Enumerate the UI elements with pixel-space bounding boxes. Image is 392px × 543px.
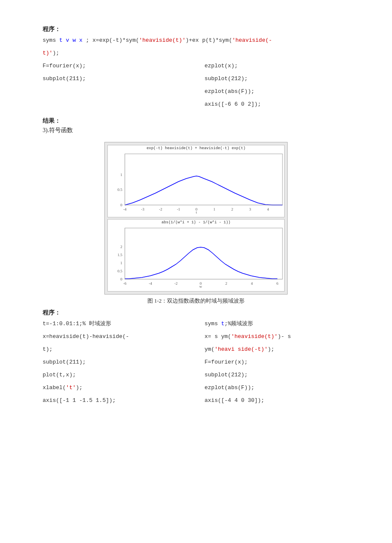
svg-text:2: 2 — [121, 245, 123, 249]
subplot1-svg: 0 0.5 1 -4 -3 -2 -1 0 1 2 3 4 t — [108, 150, 286, 214]
svg-text:0.5: 0.5 — [118, 188, 123, 192]
subplot2-title: abs(1/(w*i + 1) - 1/(w*i - 1)) — [108, 220, 284, 225]
program-label-1: 程序： — [43, 26, 349, 33]
subplot-1: exp(-t) heaviside(t) + heaviside(-t) exp… — [107, 145, 285, 217]
svg-text:-2: -2 — [174, 281, 178, 286]
code-col-left: F=fourier(x); subplot(211); — [43, 61, 187, 113]
svg-text:2: 2 — [231, 207, 233, 211]
svg-text:4: 4 — [251, 281, 253, 286]
svg-rect-31 — [125, 228, 282, 279]
svg-text:-1: -1 — [177, 207, 180, 211]
code-line-1: syms t v w x ; x=exp(-t)*sym('heaviside(… — [43, 36, 349, 45]
svg-text:2: 2 — [225, 281, 228, 286]
plot-area: exp(-t) heaviside(t) + heaviside(-t) exp… — [104, 142, 288, 295]
svg-text:0: 0 — [121, 277, 123, 281]
code-line-1b: t)'); — [43, 49, 349, 58]
svg-text:0.5: 0.5 — [118, 269, 123, 273]
program-label-2: 程序： — [43, 309, 349, 317]
section3-label: 3).符号函数 — [43, 127, 349, 134]
svg-rect-15 — [125, 154, 282, 205]
svg-text:1: 1 — [121, 261, 123, 265]
svg-text:w: w — [199, 284, 202, 288]
curve2 — [125, 247, 277, 279]
svg-text:1: 1 — [213, 207, 216, 211]
svg-text:1.5: 1.5 — [118, 253, 123, 257]
svg-text:4: 4 — [267, 207, 269, 211]
svg-text:-6: -6 — [123, 281, 127, 286]
figure-caption: 图 1-2：双边指数函数的时域与频域波形 — [147, 297, 245, 305]
result-label: 结果： — [43, 117, 349, 125]
svg-text:1: 1 — [121, 173, 123, 177]
subplot2-svg: 0 0.5 1 1.5 2 -6 -4 -2 0 2 4 6 w — [108, 225, 286, 288]
svg-text:-3: -3 — [141, 207, 144, 211]
svg-text:-2: -2 — [159, 207, 162, 211]
program2-code: t=-1:0.01:1;% 时域波形 x=heaviside(t)-heavis… — [43, 319, 349, 409]
svg-text:-4: -4 — [123, 207, 127, 211]
svg-text:6: 6 — [277, 281, 279, 286]
figure-container: exp(-t) heaviside(t) + heaviside(-t) exp… — [43, 142, 349, 305]
code-col-right: ezplot(x); subplot(212); ezplot(abs(F));… — [205, 61, 349, 113]
svg-text:0: 0 — [121, 203, 123, 207]
curve1 — [125, 176, 282, 205]
svg-text:-4: -4 — [149, 281, 152, 286]
subplot1-title: exp(-t) heaviside(t) + heaviside(-t) exp… — [108, 146, 284, 150]
svg-text:3: 3 — [249, 207, 251, 211]
subplot-2: abs(1/(w*i + 1) - 1/(w*i - 1)) 0 0.5 1 1… — [107, 219, 285, 292]
